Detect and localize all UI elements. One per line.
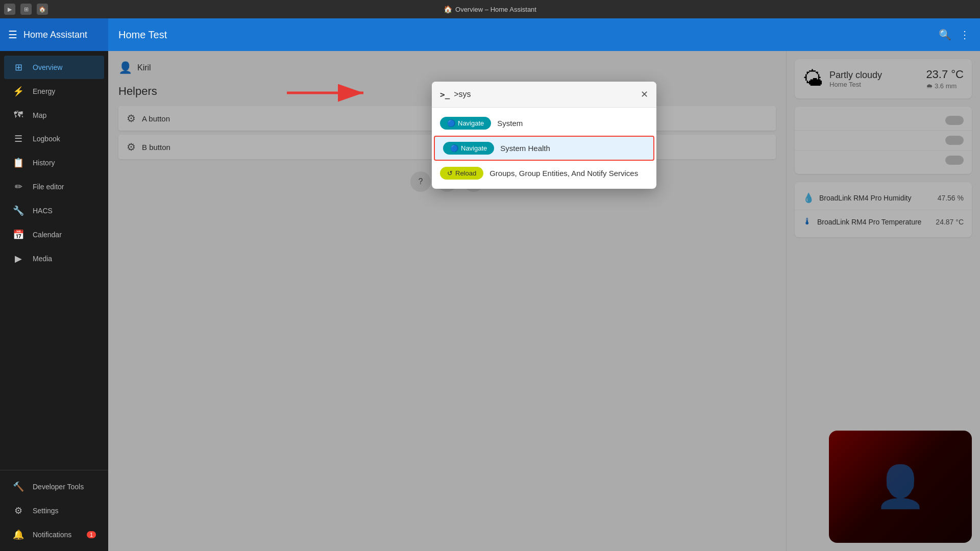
sidebar-item-hacs[interactable]: 🔧 HACS [4,199,104,222]
sidebar-footer: 🔨 Developer Tools ⚙ Settings 🔔 Notificat… [0,470,108,551]
sidebar-item-developer-tools[interactable]: 🔨 Developer Tools [4,475,104,498]
top-bar: Home Test 🔍 ⋮ [108,18,980,51]
modal-close-button[interactable]: ✕ [641,89,648,100]
sidebar-item-overview[interactable]: ⊞ Overview [4,56,104,79]
modal-row-system-health[interactable]: 🔵 Navigate System Health [434,136,654,161]
modal-row-reload[interactable]: ↺ Reload Groups, Group Entities, And Not… [432,162,656,185]
reload-icon: ↺ [447,169,453,177]
content-area: Home Test 🔍 ⋮ 👤 Kiril Helpers ⚙ A button [108,18,980,551]
modal-overlay: >_ >sys ✕ 🔵 Navigate System [108,51,980,551]
modal-row-system[interactable]: 🔵 Navigate System [432,112,656,135]
history-icon: 📋 [12,157,24,168]
sidebar-app-title: Home Assistant [23,30,87,40]
media-icon: ▶ [12,253,24,264]
sidebar-item-logbook[interactable]: ☰ Logbook [4,127,104,151]
developer-tools-icon: 🔨 [12,481,24,492]
modal-title: >sys [454,90,471,99]
ha-favicon-icon: 🏠 [444,5,452,13]
sidebar-item-settings[interactable]: ⚙ Settings [4,499,104,522]
system-label: System [497,119,523,128]
search-icon[interactable]: 🔍 [939,29,951,41]
settings-icon: ⚙ [12,505,24,516]
top-bar-actions: 🔍 ⋮ [939,29,970,41]
logbook-icon: ☰ [12,133,24,144]
sidebar-item-notifications[interactable]: 🔔 Notifications 1 [4,523,104,546]
reload-label: Groups, Group Entities, And Notify Servi… [489,169,638,178]
more-menu-icon[interactable]: ⋮ [960,29,970,41]
reload-button[interactable]: ↺ Reload [440,167,483,180]
navigate-icon-1: 🔵 [447,119,455,127]
calendar-icon: 📅 [12,229,24,240]
sidebar-item-file-editor[interactable]: ✏ File editor [4,175,104,198]
navigate-icon-2: 🔵 [450,144,458,152]
command-palette-modal: >_ >sys ✕ 🔵 Navigate System [432,82,656,189]
map-icon: 🗺 [12,110,24,120]
modal-header-left: >_ >sys [440,90,471,99]
red-arrow-annotation [282,78,374,110]
browser-icon-1[interactable]: ▶ [4,4,15,15]
sidebar-header: ☰ Home Assistant [0,18,108,51]
sidebar-item-history[interactable]: 📋 History [4,151,104,174]
sidebar-menu-icon[interactable]: ☰ [8,29,17,41]
browser-icon-2[interactable]: ⊞ [20,4,32,15]
sidebar-nav: ⊞ Overview ⚡ Energy 🗺 Map ☰ Logbook 📋 Hi… [0,51,108,470]
energy-icon: ⚡ [12,86,24,97]
sidebar-item-media[interactable]: ▶ Media [4,247,104,270]
modal-body: 🔵 Navigate System 🔵 Navigate System H [432,108,656,189]
sidebar-item-calendar[interactable]: 📅 Calendar [4,223,104,246]
sidebar-item-map[interactable]: 🗺 Map [4,104,104,127]
main-layout: ☰ Home Assistant ⊞ Overview ⚡ Energy 🗺 M… [0,18,980,551]
browser-bar: ▶ ⊞ 🏠 🏠 Overview – Home Assistant [0,0,980,18]
notifications-icon: 🔔 [12,529,24,540]
file-editor-icon: ✏ [12,181,24,192]
sidebar: ☰ Home Assistant ⊞ Overview ⚡ Energy 🗺 M… [0,18,108,551]
terminal-icon: >_ [440,90,450,99]
page-title: Home Test [118,29,167,41]
sidebar-item-energy[interactable]: ⚡ Energy [4,80,104,103]
browser-title: 🏠 Overview – Home Assistant [444,5,536,13]
browser-icon-3[interactable]: 🏠 [37,4,48,15]
system-health-label: System Health [500,144,550,153]
hacs-icon: 🔧 [12,205,24,216]
modal-header: >_ >sys ✕ [432,82,656,108]
notification-badge: 1 [87,531,96,538]
navigate-system-health-button[interactable]: 🔵 Navigate [443,142,494,155]
overview-icon: ⊞ [12,62,24,73]
browser-icons: ▶ ⊞ 🏠 [4,4,48,15]
main-content: 👤 Kiril Helpers ⚙ A button ⚙ B button [108,51,980,551]
navigate-system-button[interactable]: 🔵 Navigate [440,117,491,130]
